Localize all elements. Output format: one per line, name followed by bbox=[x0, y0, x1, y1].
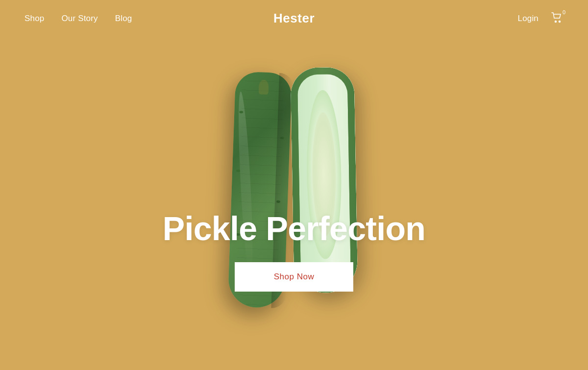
site-title[interactable]: Hester bbox=[273, 11, 315, 25]
nav-our-story-link[interactable]: Our Story bbox=[61, 14, 98, 24]
hero-content: Pickle Perfection Shop Now bbox=[0, 209, 588, 292]
seed-row bbox=[318, 173, 330, 176]
seed bbox=[320, 167, 323, 170]
seed bbox=[320, 154, 322, 157]
cart-button[interactable]: 0 bbox=[551, 12, 564, 25]
seed bbox=[323, 173, 325, 176]
seed bbox=[318, 148, 320, 151]
nav-login-link[interactable]: Login bbox=[518, 14, 539, 24]
seed-row bbox=[320, 154, 327, 157]
seed bbox=[323, 186, 325, 189]
hero-title: Pickle Perfection bbox=[163, 209, 425, 247]
shop-now-button[interactable]: Shop Now bbox=[235, 262, 354, 292]
nav-shop-link[interactable]: Shop bbox=[24, 14, 44, 24]
svg-point-1 bbox=[559, 21, 561, 22]
seed bbox=[318, 160, 320, 164]
nav-blog-link[interactable]: Blog bbox=[115, 14, 132, 24]
nav-left: Shop Our Story Blog bbox=[24, 14, 518, 24]
seed bbox=[317, 135, 319, 138]
seed bbox=[318, 173, 320, 176]
seed bbox=[318, 186, 320, 189]
page-wrapper: Shop Our Story Blog Hester Login 0 Pickl… bbox=[0, 0, 588, 370]
seed bbox=[325, 167, 328, 170]
seed bbox=[322, 148, 325, 151]
seed-row bbox=[320, 179, 328, 183]
seed bbox=[327, 160, 330, 164]
seed bbox=[325, 179, 328, 183]
seed bbox=[322, 135, 324, 138]
seed bbox=[327, 135, 329, 138]
seed bbox=[325, 141, 327, 145]
seed-row bbox=[320, 141, 327, 145]
navbar: Shop Our Story Blog Hester Login 0 bbox=[0, 0, 588, 37]
seed bbox=[324, 128, 327, 132]
cucumber-bump bbox=[236, 169, 240, 172]
seed bbox=[328, 186, 330, 189]
seed bbox=[320, 141, 322, 145]
seed bbox=[322, 160, 325, 164]
nav-right: Login 0 bbox=[518, 12, 564, 25]
cucumber-bump bbox=[276, 200, 280, 202]
seed bbox=[325, 154, 327, 157]
cart-badge: 0 bbox=[561, 9, 567, 15]
seed bbox=[320, 179, 323, 183]
nav-center: Hester bbox=[273, 11, 315, 26]
seed-row bbox=[317, 135, 329, 138]
seed bbox=[319, 128, 322, 132]
seed bbox=[327, 148, 330, 151]
seed-row bbox=[318, 148, 330, 151]
svg-point-0 bbox=[555, 21, 557, 22]
seed bbox=[328, 173, 330, 176]
seed-row bbox=[318, 186, 330, 189]
seed-row bbox=[318, 160, 330, 164]
seed-row bbox=[319, 128, 327, 132]
seed-row bbox=[320, 167, 328, 170]
cucumber-bump bbox=[239, 111, 243, 113]
